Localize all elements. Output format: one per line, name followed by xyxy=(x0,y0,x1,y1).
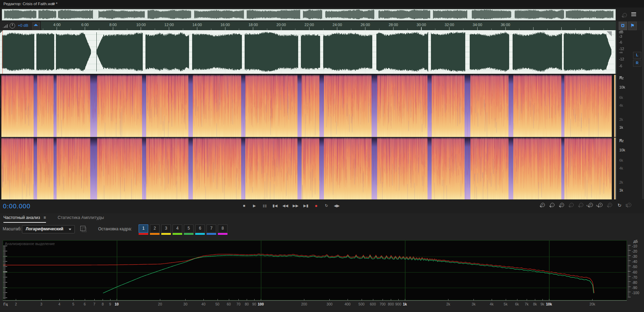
magnifier-icon: - xyxy=(579,203,583,207)
waveform-canvas[interactable] xyxy=(0,30,614,74)
db-tick-label: -80 xyxy=(632,280,637,285)
hold-frame-color xyxy=(161,233,171,235)
restore-default-time-button[interactable]: ↻ xyxy=(616,203,623,209)
record-button[interactable]: ● xyxy=(312,202,320,209)
list-menu-icon[interactable] xyxy=(630,10,637,18)
hold-frame-button-5[interactable]: 5 xyxy=(184,224,194,233)
zoom-in-point-right-button[interactable]: ›+ xyxy=(597,203,604,209)
zoom-in-time-button[interactable]: + xyxy=(539,203,546,209)
skip-to-start-button[interactable]: ▮◀ xyxy=(271,202,279,209)
axis-tick xyxy=(383,299,383,301)
corner-handle-left[interactable] xyxy=(0,30,3,33)
spectrogram-right[interactable] xyxy=(0,138,616,199)
axis-tick xyxy=(185,299,186,301)
axis-tick-label: 600 xyxy=(370,302,376,306)
scale-select-value: Логарифмический xyxy=(26,227,63,231)
waveform-display[interactable] xyxy=(0,30,616,74)
selection-handle[interactable] xyxy=(607,31,612,36)
magnifier-icon: - xyxy=(570,203,574,207)
stop-button[interactable]: ■ xyxy=(240,202,248,209)
spectrogram-right-canvas[interactable] xyxy=(0,138,614,199)
levels-icon[interactable] xyxy=(3,24,8,28)
spectrogram-left-canvas[interactable] xyxy=(0,75,614,137)
spectrogram-left[interactable] xyxy=(0,75,616,137)
axis-tick xyxy=(391,299,391,301)
loop-playback-button[interactable]: ↻ xyxy=(323,202,330,209)
db-tick-label: -100 xyxy=(632,291,639,295)
axis-tick xyxy=(506,299,506,301)
axis-tick xyxy=(373,299,373,301)
tab-frequency-analysis[interactable]: Частотный анализ≡ xyxy=(3,215,46,223)
zoom-in-point-left-button[interactable]: ‹+ xyxy=(587,203,594,209)
axis-tick-label: 4k xyxy=(490,302,493,306)
tab-label: Частотный анализ xyxy=(3,215,40,220)
axis-tick xyxy=(348,299,348,301)
clock-icon[interactable] xyxy=(10,23,15,28)
hold-frame-color xyxy=(173,233,182,235)
hold-frame-button-2[interactable]: 2 xyxy=(150,224,160,233)
zoom-reset-button[interactable]: - xyxy=(578,203,584,209)
panel-menu-icon[interactable]: ≡ xyxy=(52,0,55,8)
dock-arrow-icon xyxy=(34,24,38,28)
snap-magnet-button[interactable]: Ω xyxy=(619,22,627,30)
skip-to-end-button[interactable]: ▶▮ xyxy=(302,202,310,209)
hz-scale-label: 4k xyxy=(619,103,623,107)
hold-frame-button-7[interactable]: 7 xyxy=(207,224,216,233)
chevron-down-icon xyxy=(69,229,71,230)
axis-tick-label: 9 xyxy=(109,302,111,306)
db-axis-ticks-major xyxy=(628,245,631,297)
time-display[interactable]: 0:00.000 xyxy=(3,203,31,210)
scale-select[interactable]: Логарифмический xyxy=(22,225,75,233)
hold-frame-button-8[interactable]: 8 xyxy=(218,224,227,233)
axis-tick-label: 7k xyxy=(525,302,528,306)
gain-indicator[interactable]: +0 dB xyxy=(18,23,28,27)
timeline-label: 4:00 xyxy=(53,23,60,27)
skip-selection-button[interactable]: ◀▶ xyxy=(333,202,341,209)
tab-menu-icon[interactable]: ≡ xyxy=(44,215,46,220)
zoom-to-selection-button[interactable]: + xyxy=(559,203,565,209)
vertical-scrollbar[interactable] xyxy=(642,30,644,199)
zoom-prefix-glyph: › xyxy=(596,203,597,207)
hz-unit-label: Гц xyxy=(3,302,8,306)
axis-tick-label: 900 xyxy=(395,302,401,306)
axis-tick-label: 90 xyxy=(252,302,256,306)
dock-button[interactable] xyxy=(32,22,40,30)
fast-forward-button[interactable]: ▶▶ xyxy=(292,202,300,209)
marker-pin-button[interactable]: ⚑ xyxy=(628,22,637,30)
overview-waveform[interactable] xyxy=(2,9,615,20)
zoom-vertical-button[interactable]: ⇕+ xyxy=(626,203,632,209)
copy-icon[interactable] xyxy=(80,226,85,231)
magnifier-icon: - xyxy=(550,203,554,207)
zoom-out-selection-button[interactable]: - xyxy=(568,203,575,209)
hold-frame-button-4[interactable]: 4 xyxy=(173,224,182,233)
db-axis-title: дБ xyxy=(633,239,638,243)
hz-scale-label: 6k xyxy=(619,158,623,162)
zoom-out-time-button[interactable]: - xyxy=(549,203,555,209)
playhead[interactable] xyxy=(2,30,3,74)
hold-frame-button-3[interactable]: 3 xyxy=(161,224,171,233)
frequency-graph[interactable]: Анализированое выделение xyxy=(3,240,627,300)
axis-tick xyxy=(238,299,239,301)
timeline-ruler[interactable]: 4:006:008:0010:0012:0014:0016:0018:0020:… xyxy=(0,21,616,30)
hz-scale-title: Hz xyxy=(619,139,624,143)
timeline-label: 28:00 xyxy=(389,23,398,27)
page-title: Редактор: Crisis of Faith.wav * xyxy=(3,0,58,8)
zoom-reset-icon[interactable]: - xyxy=(620,10,627,18)
channel-button-right[interactable]: R xyxy=(633,60,641,67)
channel-button-left[interactable]: L xyxy=(633,52,641,59)
axis-tick xyxy=(527,299,527,301)
hold-frame-button-6[interactable]: 6 xyxy=(195,224,205,233)
overview-navigator[interactable] xyxy=(2,9,616,21)
hold-frame-button-1[interactable]: 1 xyxy=(139,224,148,233)
axis-tick xyxy=(492,299,492,301)
play-button[interactable]: ▶ xyxy=(250,202,258,209)
tab-amplitude-statistics[interactable]: Статистика Амплитуды xyxy=(58,215,104,220)
axis-tick-label: 8k xyxy=(533,302,537,306)
magnifier-icon: + xyxy=(541,203,545,207)
pause-button[interactable]: ▮▮ xyxy=(261,202,269,209)
zoom-selection-edges-button[interactable]: + xyxy=(607,203,613,209)
axis-tick xyxy=(405,299,405,301)
hz-scale-title: Hz xyxy=(619,76,624,80)
rewind-button[interactable]: ◀◀ xyxy=(281,202,289,209)
axis-tick-label: 6k xyxy=(515,302,519,306)
